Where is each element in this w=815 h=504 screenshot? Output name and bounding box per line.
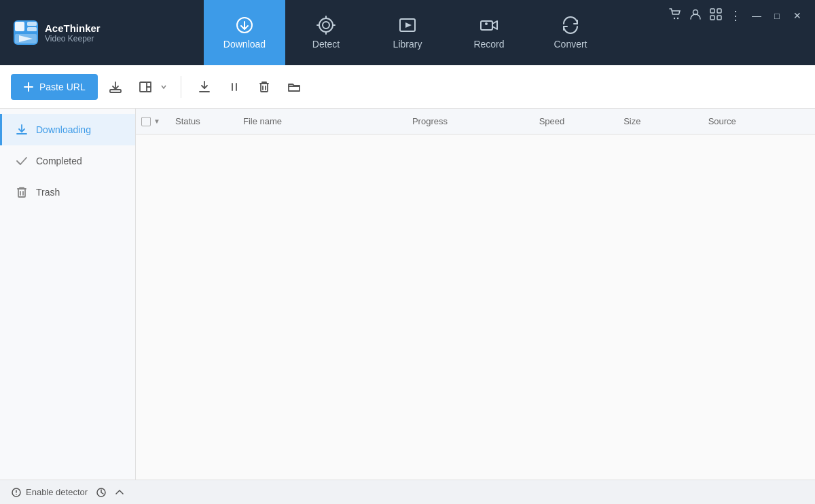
plus-icon <box>23 82 34 92</box>
svg-rect-35 <box>261 84 268 92</box>
completed-icon <box>16 155 28 167</box>
table-header-filename: File name <box>243 116 412 126</box>
tab-convert-label: Convert <box>554 39 587 50</box>
user-icon[interactable] <box>689 8 702 23</box>
svg-rect-16 <box>481 21 492 30</box>
paste-url-label: Paste URL <box>39 82 86 92</box>
pause-all-button[interactable] <box>222 75 247 99</box>
sidebar-trash-icon <box>16 186 28 198</box>
tab-record[interactable]: Record <box>448 0 530 65</box>
table-area: ▼ Status File name Progress Speed Size S… <box>136 109 815 480</box>
titlebar: AceThinker Video Keeper Download De <box>0 0 815 65</box>
svg-rect-22 <box>717 9 721 13</box>
tab-library-label: Library <box>393 39 422 50</box>
logo-area: AceThinker Video Keeper <box>0 20 204 45</box>
table-body <box>136 134 815 480</box>
svg-point-18 <box>674 18 675 19</box>
window-controls: ⋮ — □ ✕ <box>657 8 815 23</box>
tab-record-label: Record <box>473 39 504 50</box>
table-header-source: Source <box>708 116 810 126</box>
maximize-button[interactable]: □ <box>770 11 784 21</box>
detector-circle-icon <box>11 487 22 498</box>
table-header-checkbox-col: ▼ <box>141 117 175 126</box>
folder-icon <box>287 80 301 94</box>
tab-download-label: Download <box>223 39 266 50</box>
minimize-button[interactable]: — <box>750 10 763 21</box>
format-button[interactable] <box>133 75 158 99</box>
sidebar-item-downloading[interactable]: Downloading <box>0 114 135 145</box>
app-name: AceThinker <box>45 22 101 34</box>
tab-detect[interactable]: Detect <box>285 0 367 65</box>
format-dropdown-group <box>133 75 170 99</box>
svg-rect-24 <box>717 16 721 20</box>
close-button[interactable]: ✕ <box>791 10 804 21</box>
svg-point-19 <box>677 18 678 19</box>
statusbar: Enable detector <box>0 480 815 504</box>
clock-icon <box>96 487 107 498</box>
svg-point-46 <box>16 494 17 495</box>
history-button[interactable] <box>96 487 107 498</box>
download-local-icon <box>109 80 122 94</box>
svg-rect-2 <box>27 22 37 26</box>
download-all-button[interactable] <box>192 75 217 99</box>
svg-point-9 <box>323 22 329 29</box>
enable-detector-button[interactable]: Enable detector <box>11 487 88 498</box>
library-tab-icon <box>398 16 417 35</box>
tab-download[interactable]: Download <box>204 0 285 65</box>
main-content: Downloading Completed Trash <box>0 109 815 480</box>
table-header-speed: Speed <box>539 116 623 126</box>
downloading-icon <box>16 124 28 136</box>
detect-tab-icon <box>316 16 336 35</box>
svg-rect-29 <box>140 82 147 92</box>
download-all-icon <box>198 80 211 94</box>
select-all-checkbox[interactable] <box>141 117 151 126</box>
pause-icon <box>228 80 241 94</box>
tab-convert[interactable]: Convert <box>530 0 611 65</box>
svg-rect-41 <box>18 189 25 197</box>
svg-point-8 <box>319 18 333 32</box>
cart-icon[interactable] <box>668 8 682 23</box>
trash-icon <box>257 80 271 94</box>
open-folder-button[interactable] <box>282 75 306 99</box>
svg-rect-27 <box>110 90 121 92</box>
svg-rect-23 <box>710 16 714 20</box>
table-header: ▼ Status File name Progress Speed Size S… <box>136 109 815 134</box>
logo-text: AceThinker Video Keeper <box>45 22 101 43</box>
svg-rect-21 <box>710 9 714 13</box>
svg-rect-3 <box>27 27 37 31</box>
svg-marker-15 <box>405 22 412 28</box>
checkbox-dropdown-arrow[interactable]: ▼ <box>153 118 160 125</box>
sidebar-item-downloading-label: Downloading <box>36 124 91 135</box>
app-subtitle: Video Keeper <box>45 34 101 43</box>
record-tab-icon <box>479 16 499 35</box>
paste-url-button[interactable]: Paste URL <box>11 74 98 100</box>
app-logo-icon <box>14 20 38 45</box>
toolbar: Paste URL <box>0 65 815 109</box>
table-header-progress: Progress <box>412 116 539 126</box>
delete-button[interactable] <box>252 75 276 99</box>
more-options-icon[interactable]: ⋮ <box>729 8 743 23</box>
sidebar-item-completed-label: Completed <box>36 156 82 166</box>
sidebar-item-trash-label: Trash <box>36 187 60 198</box>
format-icon <box>139 80 152 94</box>
download-tab-icon <box>235 16 254 35</box>
sidebar-item-completed[interactable]: Completed <box>0 145 135 177</box>
convert-tab-icon <box>561 16 580 35</box>
expand-button[interactable] <box>115 488 124 497</box>
format-dropdown-arrow[interactable] <box>158 75 170 99</box>
sidebar-item-trash[interactable]: Trash <box>0 177 135 208</box>
table-header-status: Status <box>175 116 243 126</box>
toolbar-divider <box>181 76 181 98</box>
sidebar: Downloading Completed Trash <box>0 109 136 480</box>
download-local-button[interactable] <box>103 75 128 99</box>
svg-point-17 <box>485 22 488 25</box>
chevron-down-icon <box>160 84 167 90</box>
tab-detect-label: Detect <box>312 39 340 50</box>
enable-detector-label: Enable detector <box>26 487 88 497</box>
tab-library[interactable]: Library <box>367 0 448 65</box>
svg-rect-1 <box>15 22 24 31</box>
table-header-size: Size <box>623 116 708 126</box>
chevron-up-icon <box>115 488 124 497</box>
settings-icon[interactable] <box>709 8 723 23</box>
